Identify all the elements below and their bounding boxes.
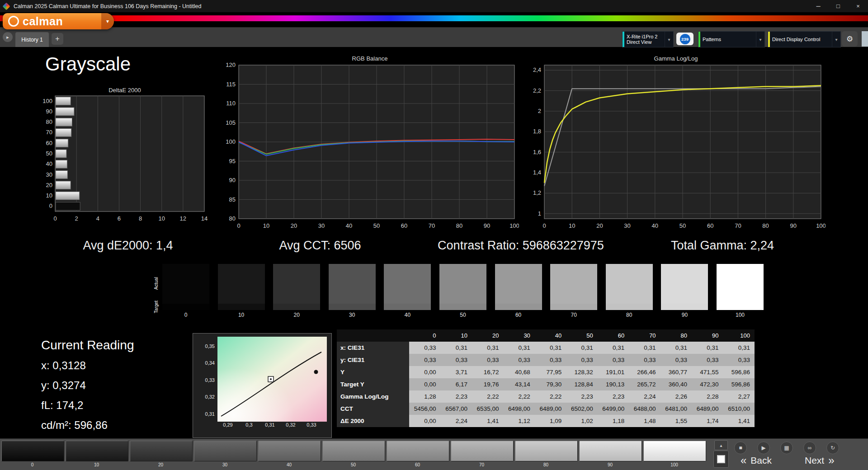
- maximize-button[interactable]: □: [828, 0, 848, 12]
- svg-text:2: 2: [538, 108, 541, 114]
- pattern-button-40[interactable]: [258, 441, 321, 461]
- table-cell: 0,31: [723, 342, 755, 354]
- svg-text:85: 85: [229, 196, 236, 203]
- swatch-label: 100: [717, 312, 764, 318]
- chevron-up-icon: ▴: [720, 443, 722, 448]
- stat-contrast-ratio: Contrast Ratio: 596863227975: [438, 239, 604, 253]
- rgb-balance-chart: RGB Balance 0102030405060708090100120115…: [221, 55, 519, 236]
- table-row: ΔE 20000,002,241,411,121,091,021,181,481…: [337, 415, 755, 427]
- patterns-dropdown[interactable]: Patterns ▾: [698, 31, 765, 47]
- next-button[interactable]: Next »: [805, 454, 835, 467]
- stop-button[interactable]: ■: [734, 442, 747, 454]
- swatch-label: 30: [329, 312, 376, 318]
- back-button[interactable]: « Back: [741, 454, 772, 467]
- table-column-header: 20: [472, 329, 503, 342]
- display-control-dropdown[interactable]: Direct Display Control ▾: [768, 31, 841, 47]
- swatch-label: 60: [495, 312, 542, 318]
- svg-text:12: 12: [180, 215, 186, 222]
- partial-button[interactable]: [862, 31, 868, 47]
- svg-text:90: 90: [790, 222, 797, 229]
- table-cell: 0,00: [409, 366, 440, 378]
- swatch-target-color: [218, 304, 265, 310]
- pattern-button-100[interactable]: [643, 441, 706, 461]
- table-cell: 0,33: [598, 354, 629, 366]
- pattern-button-0[interactable]: [1, 441, 64, 461]
- pattern-button-60[interactable]: [387, 441, 449, 461]
- pattern-window-icon: [717, 455, 725, 463]
- pattern-button-70[interactable]: [451, 441, 514, 461]
- meter-dropdown[interactable]: X-Rite i1Pro 2 Direct View ▾: [622, 31, 674, 47]
- pattern-button-80[interactable]: [515, 441, 578, 461]
- svg-text:8: 8: [139, 215, 142, 222]
- pattern-bar-collapse-button[interactable]: ▴: [714, 440, 728, 450]
- display-control-label: Direct Display Control: [768, 37, 832, 42]
- table-cell: 6499,00: [598, 403, 629, 415]
- svg-text:60: 60: [46, 140, 52, 146]
- meter-dropdown-label: X-Rite i1Pro 2 Direct View: [623, 34, 665, 45]
- pattern-button-20[interactable]: [130, 441, 193, 461]
- pattern-button-10[interactable]: [66, 441, 128, 461]
- svg-text:95: 95: [229, 158, 236, 164]
- chevron-down-icon: ▾: [756, 32, 764, 47]
- svg-text:110: 110: [226, 100, 236, 107]
- chart-plot-area: 024681012141009080706050403020100: [38, 94, 212, 228]
- cie-y-tick: 0,35: [198, 343, 215, 349]
- table-cell: 6498,00: [503, 403, 534, 415]
- loop-icon: ∞: [808, 445, 812, 451]
- pattern-button-30[interactable]: [194, 441, 257, 461]
- svg-text:1: 1: [538, 210, 541, 217]
- table-column-header: 40: [535, 329, 566, 342]
- svg-text:120: 120: [226, 62, 236, 68]
- svg-text:0: 0: [237, 222, 240, 229]
- loop-button[interactable]: ∞: [803, 442, 816, 454]
- close-button[interactable]: ×: [848, 0, 868, 12]
- svg-text:4: 4: [96, 215, 99, 222]
- swatch-target-color: [550, 304, 597, 310]
- tab-history-1[interactable]: History 1: [15, 32, 49, 47]
- table-cell: 0,33: [723, 354, 755, 366]
- table-column-header: 60: [598, 329, 629, 342]
- table-cell: 1,09: [535, 415, 566, 427]
- table-column-header: 50: [566, 329, 597, 342]
- refresh-button[interactable]: ↻: [826, 442, 839, 454]
- minimize-button[interactable]: ─: [808, 0, 828, 12]
- history-panel-toggle[interactable]: ▸: [3, 32, 13, 42]
- grayscale-swatch: 50: [439, 264, 486, 318]
- swatch-actual-color: [273, 264, 320, 304]
- svg-text:90: 90: [46, 108, 52, 115]
- window-controls: ─ □ ×: [808, 0, 868, 12]
- settings-gear-button[interactable]: ⚙: [842, 31, 858, 47]
- table-cell: 19,76: [472, 378, 503, 390]
- table-cell: 2,22: [535, 390, 566, 403]
- add-tab-button[interactable]: +: [52, 33, 63, 45]
- cie-chromaticity-panel: 0,350,340,330,320,310,290,30,310,320,33: [193, 333, 332, 438]
- table-cell: 1,41: [472, 415, 503, 427]
- chevron-down-icon: ▾: [832, 32, 840, 47]
- table-cell: 6489,00: [535, 403, 566, 415]
- pattern-button-label: 50: [322, 462, 384, 467]
- pattern-button-50[interactable]: [322, 441, 385, 461]
- table-cell: 0,33: [472, 354, 503, 366]
- calman-logo-menu[interactable]: calman ▾: [3, 13, 114, 29]
- swatch-target-color: [495, 304, 542, 310]
- cie-y-tick: 0,32: [198, 394, 215, 400]
- play-button[interactable]: ▶: [757, 442, 770, 454]
- table-cell: 40,68: [503, 366, 534, 378]
- pattern-grid-button[interactable]: ▦: [780, 442, 793, 454]
- swatch-actual-color: [439, 264, 486, 304]
- swatch-target-color: [384, 304, 431, 310]
- pattern-button-90[interactable]: [579, 441, 642, 461]
- table-cell: 6535,00: [472, 403, 503, 415]
- table-cell: 1,55: [660, 415, 692, 427]
- table-cell: 596,86: [723, 378, 755, 390]
- svg-text:90: 90: [484, 222, 490, 229]
- meter-status-badge[interactable]: 239: [676, 33, 693, 45]
- cie-x-tick: 0,32: [283, 422, 299, 428]
- table-cell: 0,31: [629, 342, 660, 354]
- svg-text:70: 70: [429, 222, 435, 229]
- table-cell: 43,14: [503, 378, 534, 390]
- swatch-target-color: [661, 304, 708, 310]
- table-cell: 0,33: [566, 354, 597, 366]
- pattern-window-button[interactable]: [713, 451, 729, 468]
- toolbar: ▸ History 1 + X-Rite i1Pro 2 Direct View…: [0, 27, 868, 47]
